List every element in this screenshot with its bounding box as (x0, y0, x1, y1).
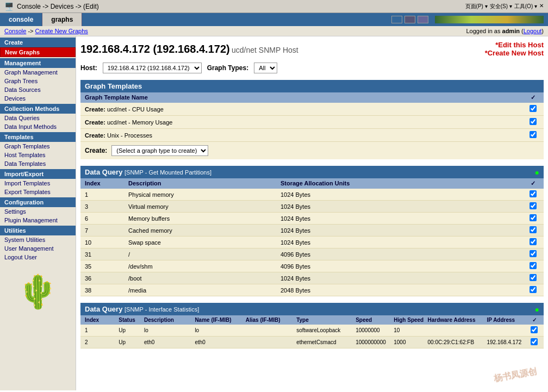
dq1-check-4[interactable] (526, 238, 539, 246)
dq2-name-0: lo (195, 327, 245, 333)
dq1-idx-0: 1 (85, 191, 128, 198)
dq1-desc-1: Virtual memory (128, 203, 281, 210)
host-header-text: 192.168.4.172 (192.168.4.172) ucd/net SN… (80, 43, 298, 55)
dq1-idx-8: 38 (85, 287, 128, 294)
graph-types-dropdown[interactable]: All (254, 63, 277, 73)
sidebar-item-user-management[interactable]: User Management (0, 244, 76, 253)
dq1-stor-1: 1024 Bytes (281, 203, 526, 210)
gt-row-mem-text: Create: ucd/net - Memory Usage (85, 119, 526, 126)
sidebar-collection-header: Collection Methods (0, 104, 76, 114)
graph-types-label: Graph Types: (207, 64, 248, 72)
dq1-desc-5: / (128, 251, 281, 258)
host-title: 192.168.4.172 (192.168.4.172) (80, 43, 230, 55)
sidebar-item-logout-user[interactable]: Logout User (0, 253, 76, 262)
create-dropdown-label: Create: (85, 147, 107, 154)
dq1-stor-4: 1024 Bytes (281, 239, 526, 246)
dq1-stor-3: 1024 Bytes (281, 227, 526, 234)
dq2-col-check: ✓ (529, 317, 539, 323)
breadcrumb-console-link[interactable]: Console (4, 28, 26, 34)
sidebar-item-data-templates[interactable]: Data Templates (0, 159, 76, 168)
dq2-check-0[interactable] (529, 326, 539, 334)
gt-proc-check[interactable] (526, 131, 539, 139)
dq1-row-4: 10 Swap space 1024 Bytes (80, 237, 544, 248)
dq2-speed-0: 10000000 (356, 327, 394, 333)
sidebar-item-import-templates[interactable]: Import Templates (0, 179, 76, 188)
sidebar-item-graph-templates[interactable]: Graph Templates (0, 142, 76, 151)
dq1-col-header: Index Description Storage Allocation Uni… (80, 178, 544, 189)
dq2-type-0: softwareLoopback (296, 327, 356, 333)
dq1-idx-7: 36 (85, 275, 128, 282)
sidebar-item-settings[interactable]: Settings (0, 207, 76, 216)
dq1-desc-2: Memory buffers (128, 215, 281, 222)
dq1-row-5: 31 / 4096 Bytes (80, 248, 544, 260)
dq1-check-2[interactable] (526, 214, 539, 222)
dq1-check-3[interactable] (526, 226, 539, 234)
dq1-check-7[interactable] (526, 274, 539, 282)
gt-proc-checkbox[interactable] (530, 131, 537, 138)
sidebar-utilities-header: Utilities (0, 226, 76, 235)
gt-proc-name: Unix - Processes (107, 132, 152, 139)
dq1-col-stor: Storage Allocation Units (281, 180, 526, 187)
create-new-host-link[interactable]: Create New Host (485, 49, 544, 57)
dq2-col-header: Index Status Description Name (IF-MIB) A… (80, 315, 544, 325)
sidebar-item-new-graphs[interactable]: New Graphs (0, 47, 76, 57)
sidebar-item-export-templates[interactable]: Export Templates (0, 188, 76, 196)
dq2-header: Data Query [SNMP - Interface Statistics]… (80, 303, 544, 315)
browser-btn-close[interactable]: ✕ (539, 3, 544, 10)
dq1-check-8[interactable] (526, 286, 539, 294)
gt-cpu-checkbox[interactable] (530, 105, 537, 112)
sidebar-item-host-templates[interactable]: Host Templates (0, 151, 76, 159)
dq1-stor-7: 1024 Bytes (281, 275, 526, 282)
sidebar-item-system-utilities[interactable]: System Utilities (0, 235, 76, 244)
dq1-col-index: Index (85, 180, 128, 187)
dq1-row-8: 38 /media 2048 Bytes (80, 284, 544, 296)
dq2-col-ip: IP Address (487, 317, 529, 323)
breadcrumb-bar: Console -> Create New Graphs Logged in a… (0, 26, 548, 36)
dq2-check-1[interactable] (529, 338, 539, 346)
host-select-dropdown[interactable]: 192.168.4.172 (192.168.4.172) (103, 63, 202, 73)
sidebar-templates-header: Templates (0, 132, 76, 142)
cactus-logo: 🌵 (0, 262, 76, 322)
logout-link[interactable]: Logout (524, 28, 542, 34)
browser-controls[interactable]: 页面(P) ▾ 安全(S) ▾ 工具(O) ▾ ✕ (465, 3, 544, 10)
tab-console[interactable]: console (0, 13, 42, 26)
gt-row-cpu-text: Create: ucd/net - CPU Usage (85, 106, 526, 113)
dq1-idx-3: 7 (85, 227, 128, 234)
top-nav-right (391, 13, 548, 26)
sidebar-item-data-input-methods[interactable]: Data Input Methods (0, 122, 76, 131)
sidebar-item-data-queries[interactable]: Data Queries (0, 114, 76, 122)
dq2-col-name: Name (IF-MIB) (195, 317, 245, 323)
dq1-idx-1: 3 (85, 203, 128, 210)
gt-row-proc-text: Create: Unix - Processes (85, 132, 526, 139)
dq1-check-0[interactable] (526, 190, 539, 198)
dq2-status-1: Up (119, 339, 144, 345)
gt-mem-checkbox[interactable] (530, 118, 537, 125)
tab-graphs[interactable]: graphs (42, 13, 82, 26)
dq2-col-speed: Speed (356, 317, 394, 323)
sidebar-item-graph-management[interactable]: Graph Management (0, 68, 76, 77)
dq1-check-1[interactable] (526, 202, 539, 210)
create-graph-type-dropdown[interactable]: (Select a graph type to create) (111, 145, 208, 156)
browser-btn-security[interactable]: 安全(S) ▾ (490, 3, 512, 10)
gt-mem-check[interactable] (526, 118, 539, 126)
dq1-idx-2: 6 (85, 215, 128, 222)
dq1-check-6[interactable] (526, 262, 539, 270)
edit-host-link[interactable]: Edit this Host (485, 41, 544, 49)
gt-col-header: Graph Template Name ✓ (80, 92, 544, 103)
graph-templates-header: Graph Templates (80, 80, 544, 92)
sidebar-item-devices[interactable]: Devices (0, 94, 76, 103)
breadcrumb-create-link[interactable]: Create New Graphs (35, 28, 88, 34)
dq1-status-dot: ● (535, 168, 539, 177)
gt-mem-name: ucd/net - Memory Usage (107, 119, 172, 126)
dq1-idx-6: 35 (85, 263, 128, 270)
sidebar-item-plugin-management[interactable]: Plugin Management (0, 216, 76, 225)
browser-btn-page[interactable]: 页面(P) ▾ (465, 3, 488, 10)
dq2-col-hwaddr: Hardware Address (427, 317, 487, 323)
gt-cpu-check[interactable] (526, 105, 539, 113)
dq2-hwaddr-1: 00:0C:29:C1:62:FB (427, 339, 487, 345)
dq2-label: Data Query [SNMP - Interface Statistics] (85, 305, 199, 313)
sidebar-item-graph-trees[interactable]: Graph Trees (0, 77, 76, 85)
browser-btn-tools[interactable]: 工具(O) ▾ (514, 3, 537, 10)
sidebar-item-data-sources[interactable]: Data Sources (0, 85, 76, 94)
dq1-check-5[interactable] (526, 250, 539, 258)
